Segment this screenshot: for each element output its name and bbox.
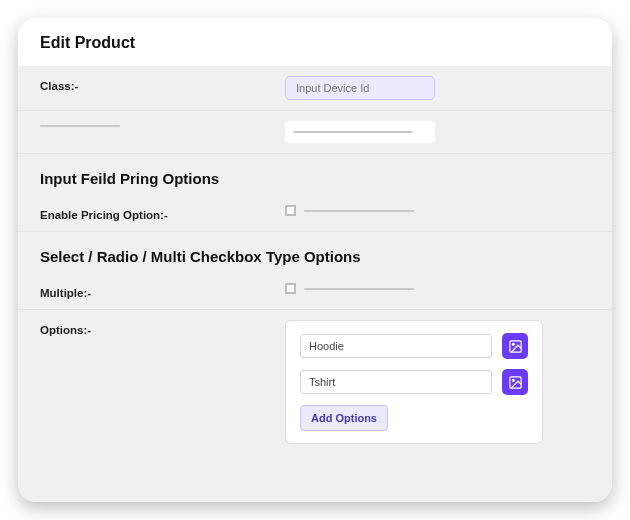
option-row: [300, 333, 528, 359]
label-enable-pricing: Enable Pricing Option:-: [40, 205, 265, 221]
label-class: Class:-: [40, 76, 265, 92]
enable-pricing-line: [304, 210, 414, 212]
image-icon: [508, 375, 523, 390]
option-input[interactable]: [300, 334, 492, 358]
image-icon: [508, 339, 523, 354]
enable-pricing-checkbox[interactable]: [285, 205, 296, 216]
multiple-line: [304, 288, 414, 290]
section-title-pricing: Input Feild Pring Options: [18, 154, 612, 195]
class-input[interactable]: [285, 76, 435, 100]
option-image-button[interactable]: [502, 333, 528, 359]
row-skeleton: [18, 111, 612, 154]
multiple-control: [285, 283, 590, 294]
input-col-enable-pricing: [285, 205, 590, 216]
add-options-button[interactable]: Add Options: [300, 405, 388, 431]
row-enable-pricing: Enable Pricing Option:-: [18, 195, 612, 232]
row-multiple: Multiple:-: [18, 273, 612, 310]
options-panel: Add Options: [285, 320, 543, 444]
page-title: Edit Product: [40, 34, 590, 52]
option-input[interactable]: [300, 370, 492, 394]
svg-point-3: [512, 379, 514, 381]
label-multiple: Multiple:-: [40, 283, 265, 299]
skeleton-field[interactable]: [285, 121, 435, 143]
card-header: Edit Product: [18, 18, 612, 66]
skeleton-field-line: [293, 131, 413, 133]
skeleton-label-line: [40, 125, 120, 127]
enable-pricing-control: [285, 205, 590, 216]
input-col-class: [285, 76, 590, 100]
row-class: Class:-: [18, 66, 612, 111]
svg-point-1: [512, 343, 514, 345]
option-row: [300, 369, 528, 395]
multiple-checkbox[interactable]: [285, 283, 296, 294]
edit-product-card: Edit Product Class:- Input Feild Pring O…: [18, 18, 612, 502]
input-col-options: Add Options: [285, 320, 590, 444]
option-image-button[interactable]: [502, 369, 528, 395]
card-body: Class:- Input Feild Pring Options Enable…: [18, 66, 612, 502]
input-col-skeleton: [285, 121, 590, 143]
row-options: Options:-: [18, 310, 612, 462]
input-col-multiple: [285, 283, 590, 294]
label-options: Options:-: [40, 320, 265, 336]
label-skeleton: [40, 121, 265, 127]
section-title-select: Select / Radio / Multi Checkbox Type Opt…: [18, 232, 612, 273]
